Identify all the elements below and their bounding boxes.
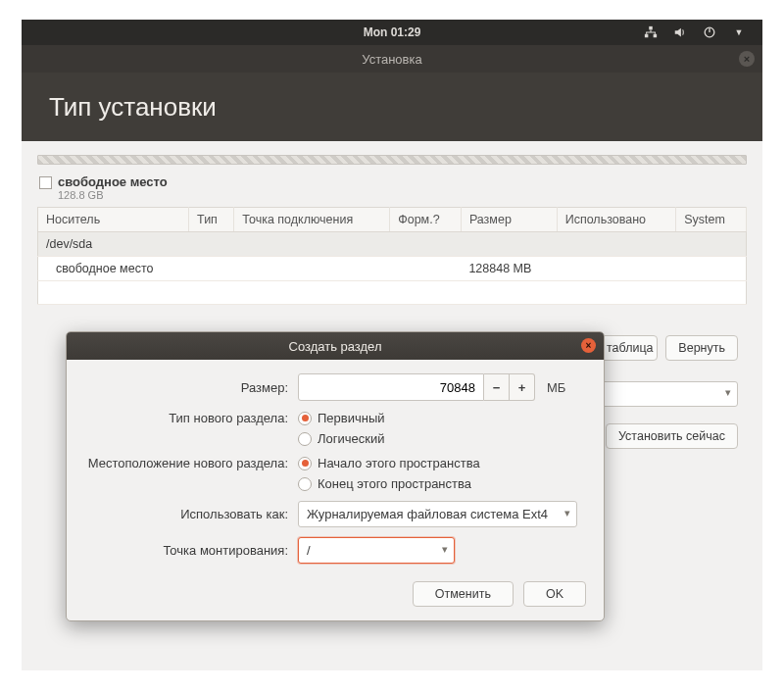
col-used[interactable]: Использовано (557, 208, 676, 232)
install-button[interactable]: Установить сейчас (606, 423, 738, 449)
free-space-checkbox[interactable] (39, 176, 52, 189)
free-space-label: свободное место (58, 174, 168, 189)
location-label: Местоположение нового раздела: (84, 456, 298, 470)
size-increment-button[interactable]: + (510, 373, 535, 401)
revert-button[interactable]: Вернуть (665, 335, 738, 361)
row-device: свободное место (38, 257, 189, 281)
size-unit: МБ (547, 380, 565, 395)
radio-dot-icon (298, 457, 312, 470)
ok-button[interactable]: OK (523, 581, 586, 607)
topbar-icon-group: ▼ (643, 20, 747, 45)
radio-location-end[interactable]: Конец этого пространства (298, 476, 480, 491)
radio-dot-icon (298, 432, 312, 446)
radio-dot-icon (298, 412, 312, 425)
size-decrement-button[interactable]: − (484, 373, 510, 401)
partition-table[interactable]: Носитель Тип Точка подключения Форм.? Ра… (37, 207, 747, 305)
row-device: /dev/sda (38, 232, 747, 257)
col-mount[interactable]: Точка подключения (234, 208, 390, 232)
col-type[interactable]: Тип (189, 208, 234, 232)
table-row[interactable]: свободное место 128848 MB (38, 257, 747, 281)
close-icon[interactable]: × (739, 51, 755, 67)
col-format[interactable]: Форм.? (390, 208, 462, 232)
size-input-group: − + (298, 373, 535, 401)
radio-primary[interactable]: Первичный (298, 411, 385, 425)
table-row[interactable]: /dev/sda (38, 232, 747, 257)
size-input[interactable] (298, 373, 484, 401)
row-size: 128848 MB (461, 257, 557, 281)
partition-type-label: Тип нового раздела: (84, 411, 298, 425)
col-system[interactable]: System (676, 208, 747, 232)
power-icon[interactable] (702, 25, 717, 40)
clock-label: Mon 01:29 (364, 25, 421, 39)
close-icon[interactable]: × (581, 338, 596, 353)
col-device[interactable]: Носитель (38, 208, 189, 232)
svg-rect-0 (645, 34, 649, 38)
free-space-summary: свободное место 128.8 GB (37, 171, 747, 207)
mount-point-label: Точка монтирования: (84, 543, 298, 558)
size-label: Размер: (84, 380, 298, 395)
use-as-label: Использовать как: (84, 507, 298, 521)
page-header: Тип установки (22, 73, 762, 148)
system-topbar: Mon 01:29 ▼ (22, 20, 762, 45)
disk-usage-bar (37, 155, 747, 165)
table-row[interactable] (38, 281, 747, 305)
volume-icon[interactable] (672, 25, 688, 40)
window-titlebar: Установка × (22, 45, 762, 73)
free-space-size: 128.8 GB (58, 189, 168, 201)
radio-logical[interactable]: Логический (298, 431, 385, 446)
page-title: Тип установки (49, 92, 217, 122)
cancel-button[interactable]: Отменить (413, 581, 514, 607)
desktop-root: Mon 01:29 ▼ Установка × Тип установки (22, 20, 762, 670)
filesystem-select[interactable]: Журналируемая файловая система Ext4 (298, 501, 577, 527)
mount-point-select[interactable]: / (298, 537, 455, 564)
window-title: Установка (362, 52, 421, 67)
radio-location-begin[interactable]: Начало этого пространства (298, 456, 480, 470)
radio-dot-icon (298, 477, 312, 491)
dialog-titlebar: Создать раздел × (67, 332, 604, 360)
network-icon[interactable] (643, 25, 659, 40)
svg-rect-2 (649, 26, 653, 30)
svg-rect-1 (654, 34, 658, 38)
dialog-title: Создать раздел (289, 339, 382, 354)
chevron-down-icon[interactable]: ▼ (731, 25, 747, 40)
create-partition-dialog: Создать раздел × Размер: − + МБ Тип ново… (66, 331, 605, 621)
col-size[interactable]: Размер (461, 208, 557, 232)
